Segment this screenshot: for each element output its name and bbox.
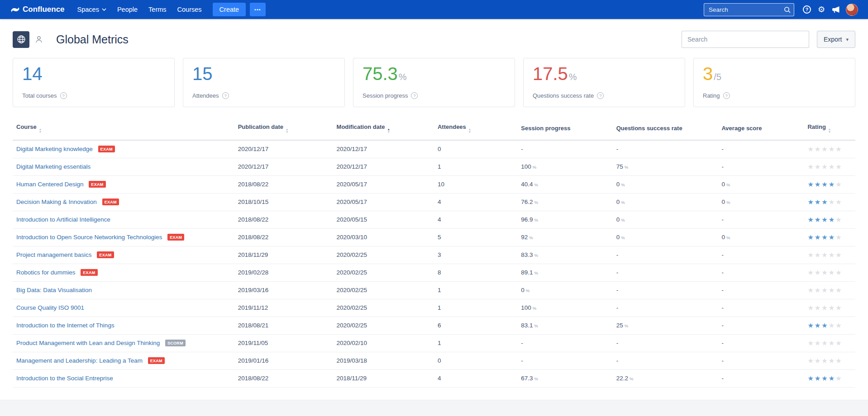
questions-success-rate: 22.2% xyxy=(613,369,718,387)
more-button[interactable]: ••• xyxy=(250,3,266,16)
star-icon: ★ xyxy=(815,145,820,153)
rating-stars: ★★★★★ xyxy=(804,352,855,369)
star-icon: ★ xyxy=(815,198,820,206)
star-icon: ★ xyxy=(821,233,827,241)
export-button[interactable]: Export ▾ xyxy=(817,31,855,48)
announcement-button[interactable] xyxy=(829,2,843,17)
session-progress: 96.9% xyxy=(517,211,612,228)
help-icon[interactable]: ? xyxy=(411,92,418,99)
modification-date: 2020/02/10 xyxy=(333,334,434,352)
nav-spaces[interactable]: Spaces xyxy=(72,3,112,16)
rating-stars: ★★★★★ xyxy=(804,246,855,264)
column-header-attendees[interactable]: Attendees▲▼ xyxy=(434,118,517,140)
help-icon[interactable]: ? xyxy=(597,92,604,99)
stat-label: Session progress xyxy=(362,92,408,99)
course-link[interactable]: Robotics for dummies xyxy=(16,269,76,276)
nav-search-input[interactable] xyxy=(704,3,794,16)
star-icon: ★ xyxy=(807,198,813,206)
course-link[interactable]: Introduction to the Internet of Things xyxy=(16,322,114,329)
nav-people[interactable]: People xyxy=(112,3,143,16)
attendees-count: 1 xyxy=(434,281,517,299)
star-icon: ★ xyxy=(829,180,835,188)
course-link[interactable]: Digital Marketing essentials xyxy=(16,163,91,170)
help-button[interactable]: ? xyxy=(800,2,814,17)
star-icon: ★ xyxy=(807,339,813,347)
course-link[interactable]: Course Quality ISO 9001 xyxy=(16,304,84,311)
publication-date: 2018/11/29 xyxy=(234,246,333,264)
star-icon: ★ xyxy=(815,321,820,329)
course-link[interactable]: Project management basics xyxy=(16,251,92,258)
session-progress: 100% xyxy=(517,299,612,317)
course-link[interactable]: Digital Marketing knowledge xyxy=(16,146,93,152)
star-icon: ★ xyxy=(829,198,835,206)
star-icon: ★ xyxy=(835,180,841,188)
global-scope-button[interactable] xyxy=(13,31,29,48)
nav-courses[interactable]: Courses xyxy=(172,3,207,16)
course-badge: EXAM xyxy=(89,181,105,188)
questions-success-rate: 25% xyxy=(613,317,718,334)
course-badge: SCORM xyxy=(165,340,186,346)
sort-icon: ▲▼ xyxy=(387,128,390,133)
table-row: Management and Leadership: Leading a Tea… xyxy=(13,352,855,369)
course-link[interactable]: Introduction to Artificial Intelligence xyxy=(16,216,110,223)
questions-success-rate: - xyxy=(613,281,718,299)
column-header-publication-date[interactable]: Publication date▲▼ xyxy=(234,118,333,140)
nav-terms[interactable]: Terms xyxy=(143,3,172,16)
avatar[interactable] xyxy=(846,4,858,16)
create-button[interactable]: Create xyxy=(213,3,246,16)
questions-success-rate: - xyxy=(613,264,718,281)
table-search-input[interactable] xyxy=(682,31,809,48)
help-icon[interactable]: ? xyxy=(723,92,730,99)
confluence-logo[interactable]: Confluence xyxy=(11,5,65,14)
help-icon[interactable]: ? xyxy=(60,92,67,99)
star-icon: ★ xyxy=(829,304,835,312)
course-link[interactable]: Big Data: Data Visualisation xyxy=(16,287,92,293)
average-score: - xyxy=(718,299,804,317)
star-icon: ★ xyxy=(821,180,827,188)
help-icon[interactable]: ? xyxy=(222,92,229,99)
publication-date: 2018/08/21 xyxy=(234,317,333,334)
stat-card-total-courses: 14 Total courses ? xyxy=(13,58,175,107)
questions-success-rate: - xyxy=(613,334,718,352)
session-progress: 76.2% xyxy=(517,193,612,211)
publication-date: 2018/08/22 xyxy=(234,175,333,193)
sort-icon: ▲▼ xyxy=(828,128,831,133)
session-progress: - xyxy=(517,334,612,352)
course-link[interactable]: Introduction to the Social Entreprise xyxy=(16,375,113,382)
brand-name: Confluence xyxy=(23,5,65,14)
rating-stars: ★★★★★ xyxy=(804,211,855,228)
footer-strip xyxy=(0,400,868,416)
attendees-count: 1 xyxy=(434,334,517,352)
question-icon: ? xyxy=(803,5,811,14)
rating-stars: ★★★★★ xyxy=(804,369,855,387)
course-link[interactable]: Introduction to Open Source Networking T… xyxy=(16,234,162,241)
personal-scope-button[interactable] xyxy=(30,31,47,48)
average-score: - xyxy=(718,352,804,369)
course-link[interactable]: Product Management with Lean and Design … xyxy=(16,340,160,346)
course-link[interactable]: Decision Making & Innovation xyxy=(16,199,97,205)
rating-stars: ★★★★★ xyxy=(804,175,855,193)
column-header-rating[interactable]: Rating▲▼ xyxy=(804,118,855,140)
star-icon: ★ xyxy=(815,269,820,276)
session-progress: 83.1% xyxy=(517,317,612,334)
table-row: Big Data: Data Visualisation 2019/03/16 … xyxy=(13,281,855,299)
course-link[interactable]: Management and Leadership: Leading a Tea… xyxy=(16,357,143,364)
stat-value: 15 xyxy=(192,64,335,83)
stat-value: 17.5 % xyxy=(533,64,676,83)
star-icon: ★ xyxy=(829,269,835,276)
star-icon: ★ xyxy=(835,233,841,241)
stat-value: 14 xyxy=(22,64,165,83)
star-icon: ★ xyxy=(821,163,827,170)
average-score: 0% xyxy=(718,193,804,211)
chevron-down-icon: ▾ xyxy=(846,37,849,43)
stat-label: Rating xyxy=(703,92,720,99)
search-icon[interactable] xyxy=(784,6,791,13)
column-header-course[interactable]: Course▲▼ xyxy=(13,118,234,140)
course-link[interactable]: Human Centered Design xyxy=(16,181,84,188)
settings-button[interactable]: ⚙ xyxy=(814,2,829,17)
table-row: Introduction to Artificial Intelligence … xyxy=(13,211,855,228)
questions-success-rate: - xyxy=(613,246,718,264)
sort-icon: ▲▼ xyxy=(286,128,288,133)
column-header-modification-date[interactable]: Modification date▲▼ xyxy=(333,118,434,140)
modification-date: 2020/05/17 xyxy=(333,193,434,211)
